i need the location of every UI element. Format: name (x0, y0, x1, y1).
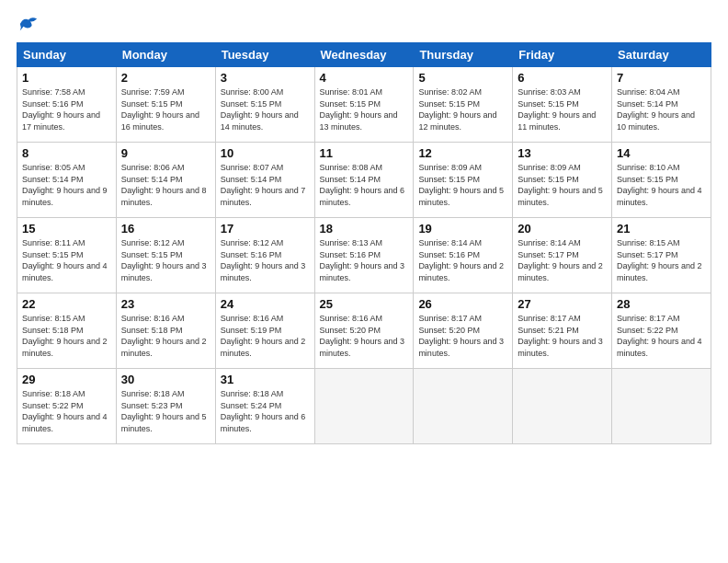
day-number: 15 (22, 222, 111, 236)
day-info: Sunrise: 8:17 AMSunset: 5:22 PMDaylight:… (617, 313, 706, 359)
day-number: 21 (617, 222, 706, 236)
day-cell-7: 7Sunrise: 8:04 AMSunset: 5:14 PMDaylight… (612, 67, 711, 143)
logo (17, 17, 40, 33)
day-cell-14: 14Sunrise: 8:10 AMSunset: 5:15 PMDayligh… (612, 143, 711, 218)
day-info: Sunrise: 8:17 AMSunset: 5:21 PMDaylight:… (518, 313, 607, 359)
day-info: Sunrise: 8:12 AMSunset: 5:15 PMDaylight:… (121, 237, 210, 283)
day-header-saturday: Saturday (612, 43, 711, 67)
day-number: 19 (418, 222, 507, 236)
day-info: Sunrise: 8:12 AMSunset: 5:16 PMDaylight:… (221, 237, 310, 283)
day-cell-11: 11Sunrise: 8:08 AMSunset: 5:14 PMDayligh… (314, 143, 414, 218)
day-header-sunday: Sunday (17, 43, 117, 67)
day-cell-17: 17Sunrise: 8:12 AMSunset: 5:16 PMDayligh… (215, 218, 314, 293)
calendar-week-3: 15Sunrise: 8:11 AMSunset: 5:15 PMDayligh… (17, 218, 711, 293)
day-number: 3 (221, 71, 310, 85)
day-number: 4 (320, 71, 409, 85)
day-cell-27: 27Sunrise: 8:17 AMSunset: 5:21 PMDayligh… (513, 293, 612, 369)
day-info: Sunrise: 8:16 AMSunset: 5:20 PMDaylight:… (320, 313, 409, 359)
day-number: 18 (320, 222, 409, 236)
calendar-header-row: SundayMondayTuesdayWednesdayThursdayFrid… (17, 43, 711, 67)
day-cell-25: 25Sunrise: 8:16 AMSunset: 5:20 PMDayligh… (314, 293, 414, 369)
day-info: Sunrise: 8:02 AMSunset: 5:15 PMDaylight:… (418, 86, 507, 132)
day-info: Sunrise: 8:14 AMSunset: 5:16 PMDaylight:… (418, 237, 507, 283)
day-number: 12 (418, 146, 507, 160)
day-number: 8 (22, 146, 111, 160)
calendar-week-1: 1Sunrise: 7:58 AMSunset: 5:16 PMDaylight… (17, 67, 711, 143)
day-number: 28 (617, 297, 706, 311)
day-cell-9: 9Sunrise: 8:06 AMSunset: 5:14 PMDaylight… (116, 143, 215, 218)
day-cell-26: 26Sunrise: 8:17 AMSunset: 5:20 PMDayligh… (414, 293, 513, 369)
day-header-wednesday: Wednesday (314, 43, 414, 67)
day-info: Sunrise: 8:15 AMSunset: 5:18 PMDaylight:… (22, 313, 111, 359)
day-info: Sunrise: 8:06 AMSunset: 5:14 PMDaylight:… (121, 162, 210, 208)
day-cell-6: 6Sunrise: 8:03 AMSunset: 5:15 PMDaylight… (513, 67, 612, 143)
day-cell-24: 24Sunrise: 8:16 AMSunset: 5:19 PMDayligh… (215, 293, 314, 369)
day-number: 7 (617, 71, 706, 85)
calendar-week-5: 29Sunrise: 8:18 AMSunset: 5:22 PMDayligh… (17, 369, 711, 444)
day-info: Sunrise: 8:09 AMSunset: 5:15 PMDaylight:… (518, 162, 607, 208)
day-number: 30 (121, 373, 210, 386)
day-info: Sunrise: 7:59 AMSunset: 5:15 PMDaylight:… (121, 86, 210, 132)
day-cell-22: 22Sunrise: 8:15 AMSunset: 5:18 PMDayligh… (17, 293, 117, 369)
day-number: 6 (518, 71, 607, 85)
day-number: 25 (320, 297, 409, 311)
page: SundayMondayTuesdayWednesdayThursdayFrid… (0, 0, 728, 563)
day-info: Sunrise: 8:18 AMSunset: 5:24 PMDaylight:… (221, 388, 310, 434)
day-cell-23: 23Sunrise: 8:16 AMSunset: 5:18 PMDayligh… (116, 293, 215, 369)
day-info: Sunrise: 8:04 AMSunset: 5:14 PMDaylight:… (617, 86, 706, 132)
day-info: Sunrise: 8:07 AMSunset: 5:14 PMDaylight:… (221, 162, 310, 208)
day-header-tuesday: Tuesday (215, 43, 314, 67)
day-cell-18: 18Sunrise: 8:13 AMSunset: 5:16 PMDayligh… (314, 218, 414, 293)
day-number: 5 (418, 71, 507, 85)
day-number: 24 (221, 297, 310, 311)
day-info: Sunrise: 8:18 AMSunset: 5:23 PMDaylight:… (121, 388, 210, 434)
day-cell-1: 1Sunrise: 7:58 AMSunset: 5:16 PMDaylight… (17, 67, 117, 143)
day-cell-5: 5Sunrise: 8:02 AMSunset: 5:15 PMDaylight… (414, 67, 513, 143)
empty-cell (314, 369, 414, 444)
day-cell-12: 12Sunrise: 8:09 AMSunset: 5:15 PMDayligh… (414, 143, 513, 218)
day-info: Sunrise: 8:17 AMSunset: 5:20 PMDaylight:… (418, 313, 507, 359)
day-cell-13: 13Sunrise: 8:09 AMSunset: 5:15 PMDayligh… (513, 143, 612, 218)
day-number: 2 (121, 71, 210, 85)
day-info: Sunrise: 8:09 AMSunset: 5:15 PMDaylight:… (418, 162, 507, 208)
day-info: Sunrise: 8:15 AMSunset: 5:17 PMDaylight:… (617, 237, 706, 283)
day-cell-2: 2Sunrise: 7:59 AMSunset: 5:15 PMDaylight… (116, 67, 215, 143)
day-info: Sunrise: 8:16 AMSunset: 5:18 PMDaylight:… (121, 313, 210, 359)
day-info: Sunrise: 8:13 AMSunset: 5:16 PMDaylight:… (320, 237, 409, 283)
day-cell-10: 10Sunrise: 8:07 AMSunset: 5:14 PMDayligh… (215, 143, 314, 218)
day-number: 17 (221, 222, 310, 236)
calendar-week-2: 8Sunrise: 8:05 AMSunset: 5:14 PMDaylight… (17, 143, 711, 218)
day-cell-28: 28Sunrise: 8:17 AMSunset: 5:22 PMDayligh… (612, 293, 711, 369)
day-number: 11 (320, 146, 409, 160)
day-header-monday: Monday (116, 43, 215, 67)
day-number: 29 (22, 373, 111, 386)
empty-cell (414, 369, 513, 444)
day-number: 27 (518, 297, 607, 311)
day-info: Sunrise: 8:08 AMSunset: 5:14 PMDaylight:… (320, 162, 409, 208)
day-info: Sunrise: 8:03 AMSunset: 5:15 PMDaylight:… (518, 86, 607, 132)
empty-cell (612, 369, 711, 444)
day-number: 9 (121, 146, 210, 160)
day-cell-8: 8Sunrise: 8:05 AMSunset: 5:14 PMDaylight… (17, 143, 117, 218)
day-cell-20: 20Sunrise: 8:14 AMSunset: 5:17 PMDayligh… (513, 218, 612, 293)
day-number: 22 (22, 297, 111, 311)
day-header-friday: Friday (513, 43, 612, 67)
day-info: Sunrise: 8:18 AMSunset: 5:22 PMDaylight:… (22, 388, 111, 434)
empty-cell (513, 369, 612, 444)
day-cell-29: 29Sunrise: 8:18 AMSunset: 5:22 PMDayligh… (17, 369, 117, 444)
day-cell-19: 19Sunrise: 8:14 AMSunset: 5:16 PMDayligh… (414, 218, 513, 293)
day-number: 14 (617, 146, 706, 160)
day-cell-16: 16Sunrise: 8:12 AMSunset: 5:15 PMDayligh… (116, 218, 215, 293)
day-number: 31 (221, 373, 310, 386)
day-number: 20 (518, 222, 607, 236)
day-info: Sunrise: 8:16 AMSunset: 5:19 PMDaylight:… (221, 313, 310, 359)
day-cell-4: 4Sunrise: 8:01 AMSunset: 5:15 PMDaylight… (314, 67, 414, 143)
day-info: Sunrise: 8:14 AMSunset: 5:17 PMDaylight:… (518, 237, 607, 283)
day-cell-21: 21Sunrise: 8:15 AMSunset: 5:17 PMDayligh… (612, 218, 711, 293)
day-number: 13 (518, 146, 607, 160)
day-cell-3: 3Sunrise: 8:00 AMSunset: 5:15 PMDaylight… (215, 67, 314, 143)
day-info: Sunrise: 8:05 AMSunset: 5:14 PMDaylight:… (22, 162, 111, 208)
header (17, 17, 711, 33)
day-cell-30: 30Sunrise: 8:18 AMSunset: 5:23 PMDayligh… (116, 369, 215, 444)
day-info: Sunrise: 8:11 AMSunset: 5:15 PMDaylight:… (22, 237, 111, 283)
